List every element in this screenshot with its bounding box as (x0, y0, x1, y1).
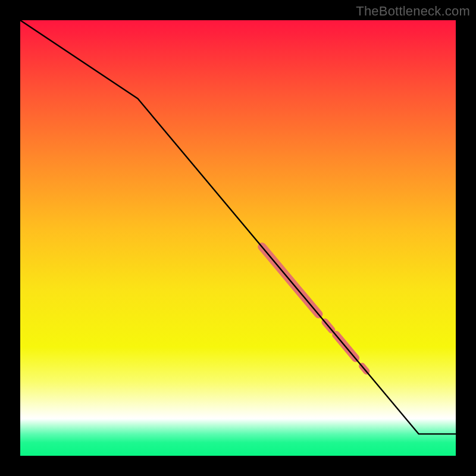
watermark-text: TheBottleneck.com (356, 4, 470, 19)
chart-frame: TheBottleneck.com (0, 0, 476, 476)
chart-overlay-svg (20, 20, 456, 456)
bottleneck-curve (20, 20, 456, 434)
plot-area (20, 20, 456, 456)
